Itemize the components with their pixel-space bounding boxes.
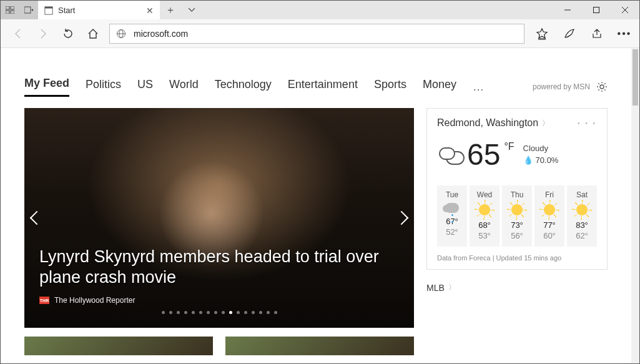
browser-window: Start ✕ ＋ ••• My [0,0,640,364]
notes-button[interactable] [559,24,579,44]
forecast-day-name: Thu [502,190,532,199]
sun-icon [575,203,589,217]
viewport: My Feed Politics US World Technology Ent… [1,48,639,363]
powered-by-label: powered by MSN [533,82,590,91]
svg-line-24 [604,83,606,84]
rain-icon [445,203,459,213]
hero-prev-button[interactable] [30,211,44,225]
hero-dot[interactable] [244,311,247,314]
titlebar-left: Start ✕ ＋ [1,1,202,19]
weather-meta: Data from Foreca | Updated 15 mins ago [437,254,597,262]
forecast-day[interactable]: Sat 83° 62° [567,185,597,247]
home-button[interactable] [84,25,102,42]
forecast-hi: 73° [502,220,532,230]
forecast-lo: 53° [470,231,500,240]
svg-point-16 [600,85,604,89]
forecast-day-name: Sat [567,190,597,199]
hero-card[interactable]: Lynyrd Skynyrd members headed to trial o… [24,108,414,328]
article-thumb[interactable] [24,337,213,355]
feed-tabs: My Feed Politics US World Technology Ent… [24,77,608,97]
weather-more-button[interactable]: • • • [578,120,597,127]
sun-icon [510,203,524,217]
hero-dot[interactable] [199,311,202,314]
article-thumb[interactable] [225,337,414,355]
feed-tab-more[interactable]: … [473,81,485,94]
feed-tab-world[interactable]: World [169,78,199,96]
weather-location: Redmond, Washington [437,117,538,129]
window-controls [553,1,639,19]
hero-dot[interactable] [222,311,225,314]
browser-tab[interactable]: Start ✕ [38,1,160,19]
svg-rect-8 [594,7,599,13]
hero-source: THR The Hollywood Reporter [39,296,399,305]
feed-tab-entertainment[interactable]: Entertainment [288,78,358,96]
hero-dots[interactable] [39,311,399,314]
forecast-hi: 68° [470,220,500,230]
forecast-day[interactable]: Tue 67° 52° [437,185,467,247]
feed-tab-myfeed[interactable]: My Feed [24,77,69,97]
forecast-day[interactable]: Fri 77° 60° [534,185,564,247]
hero-dot[interactable] [184,311,187,314]
hero-dot[interactable] [192,311,195,314]
hero-source-name: The Hollywood Reporter [54,296,135,305]
settings-more-button[interactable]: ••• [614,24,634,44]
feed-tab-money[interactable]: Money [423,78,456,96]
weather-location-row[interactable]: Redmond, Washington 〉 • • • [437,117,597,129]
hero-dot[interactable] [207,311,210,314]
hero-dot[interactable] [169,311,172,314]
weather-condition-block: Cloudy 💧70.0% [523,143,559,165]
back-button[interactable] [9,25,27,42]
weather-condition: Cloudy [523,143,559,154]
window-close-button[interactable] [611,1,639,19]
hero-next-button[interactable] [395,211,409,225]
forecast-row: Tue 67° 52°Wed 68° 53°Thu 73° 56°Fri 77°… [437,185,597,247]
set-aside-tabs-button[interactable] [19,1,38,19]
feed-tab-technology[interactable]: Technology [215,78,272,96]
forecast-day[interactable]: Wed 68° 53° [470,185,500,247]
feed-tab-us[interactable]: US [137,78,153,96]
svg-rect-6 [45,6,52,8]
svg-rect-1 [11,6,14,9]
hero-title: Lynyrd Skynyrd members headed to trial o… [39,247,399,289]
sports-row[interactable]: MLB 〉 [426,282,608,293]
weather-card: Redmond, Washington 〉 • • • 65 °F Cloudy… [426,108,608,270]
svg-rect-2 [6,11,9,14]
forecast-day-name: Tue [437,190,467,199]
hero-dot[interactable] [162,311,165,314]
chevron-right-icon: 〉 [448,282,456,293]
hero-dot[interactable] [177,311,180,314]
refresh-button[interactable] [59,25,77,42]
forecast-hi: 83° [567,220,597,230]
forward-button[interactable] [34,25,52,42]
feed-tab-politics[interactable]: Politics [86,78,121,96]
tab-title: Start [58,6,75,15]
hero-dot[interactable] [229,311,232,314]
address-bar[interactable] [109,24,524,44]
hero-dot[interactable] [259,311,262,314]
scroll-thumb[interactable] [633,49,638,106]
tab-actions-button[interactable] [181,1,202,19]
tab-close-button[interactable]: ✕ [146,6,154,16]
forecast-day[interactable]: Thu 73° 56° [502,185,532,247]
minimize-button[interactable] [553,1,582,19]
scrollbar[interactable] [631,48,639,363]
hero-dot[interactable] [237,311,240,314]
titlebar: Start ✕ ＋ [1,1,639,19]
gear-icon[interactable] [596,81,608,92]
new-tab-button[interactable]: ＋ [160,1,181,19]
hero-dot[interactable] [214,311,217,314]
droplet-icon: 💧 [523,155,533,165]
maximize-button[interactable] [582,1,611,19]
url-input[interactable] [134,29,518,39]
hero-dot[interactable] [252,311,255,314]
favorites-button[interactable] [532,24,552,44]
hero-dot[interactable] [267,311,270,314]
thumbnail-row [24,337,608,355]
hero-dot[interactable] [274,311,277,314]
share-button[interactable] [587,24,607,44]
tab-preview-button[interactable] [1,1,19,19]
weather-unit: °F [504,141,514,152]
weather-humidity: 70.0% [536,155,559,165]
svg-line-23 [598,89,599,91]
feed-tab-sports[interactable]: Sports [374,78,406,96]
